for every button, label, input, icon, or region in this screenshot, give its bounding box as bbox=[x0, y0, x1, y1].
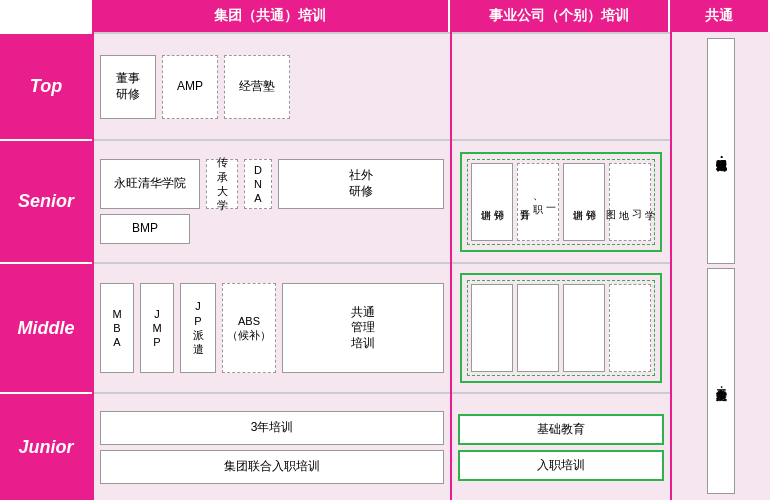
g2-middle-green-outer bbox=[460, 273, 662, 383]
col-group1: 董事 研修 AMP 经营塾 永旺清华学院 bbox=[92, 32, 450, 500]
senior-box-shewai: 社外 研修 bbox=[278, 159, 444, 209]
top-box-dongshi: 董事 研修 bbox=[100, 55, 156, 119]
label-junior: Junior bbox=[0, 392, 92, 500]
col2-header: 事业公司（个别）培训 bbox=[450, 0, 670, 32]
g2-senior-vbox2: 一 职、 晋升 bbox=[517, 163, 559, 241]
g2-middle-vbox3 bbox=[563, 284, 605, 372]
middle-box-gongtong: 共通 管理 培训 bbox=[282, 283, 444, 373]
label-column: Top Senior Middle Junior bbox=[0, 32, 92, 500]
shared-text-box1: 理念・价值观・行为规范・合规知识 bbox=[707, 38, 735, 264]
g2-middle-vbox4 bbox=[609, 284, 651, 372]
col-group3: 理念・价值观・行为规范・合规知识 自主学习・个人能力开发 bbox=[670, 32, 770, 500]
content-area: Top Senior Middle Junior 董事 研修 bbox=[0, 32, 770, 500]
senior-box-dna: D N A bbox=[244, 159, 272, 209]
label-middle: Middle bbox=[0, 262, 92, 392]
junior-section-col1: 3年培训 集团联合入职培训 bbox=[94, 392, 450, 500]
g2-senior-green-outer: 分销 培训 一 职、 晋升 分销 培训 学 习 地 图 bbox=[460, 152, 662, 252]
g2-middle-section bbox=[452, 262, 670, 392]
g2-junior-section: 基础教育 入职培训 bbox=[452, 392, 670, 500]
g2-middle-vbox1 bbox=[471, 284, 513, 372]
senior-box-chuancheng: 传 承 大 学 bbox=[206, 159, 238, 209]
g2-middle-green-inner bbox=[467, 280, 655, 376]
middle-box-abs: ABS （候补） bbox=[222, 283, 276, 373]
senior-section-col1: 永旺清华学院 传 承 大 学 D N A 社外 研修 bbox=[94, 139, 450, 262]
col-group2: 分销 培训 一 职、 晋升 分销 培训 学 习 地 图 bbox=[450, 32, 670, 500]
main-container: 集团（共通）培训 事业公司（个别）培训 共通 Top Senior Middle… bbox=[0, 0, 770, 500]
middle-box-mba: M B A bbox=[100, 283, 134, 373]
top-box-amp: AMP bbox=[162, 55, 218, 119]
junior-box-3year: 3年培训 bbox=[100, 411, 444, 445]
col3-header: 共通 bbox=[670, 0, 770, 32]
senior-box-yongwang: 永旺清华学院 bbox=[100, 159, 200, 209]
shared-col-content: 理念・价值观・行为规范・合规知识 自主学习・个人能力开发 bbox=[672, 32, 770, 500]
g2-senior-vbox4: 学 习 地 图 bbox=[609, 163, 651, 241]
g2-senior-section: 分销 培训 一 职、 晋升 分销 培训 学 习 地 图 bbox=[452, 139, 670, 262]
g2-top-empty bbox=[452, 32, 670, 139]
header-label-empty bbox=[0, 0, 92, 32]
header-row: 集团（共通）培训 事业公司（个别）培训 共通 bbox=[0, 0, 770, 32]
senior-box-bmp: BMP bbox=[100, 214, 190, 244]
middle-box-jmp: J M P bbox=[140, 283, 174, 373]
label-senior: Senior bbox=[0, 139, 92, 262]
g2-senior-green-inner: 分销 培训 一 职、 晋升 分销 培训 学 习 地 图 bbox=[467, 159, 655, 245]
top-box-jingying: 经营塾 bbox=[224, 55, 290, 119]
g2-junior-box2: 入职培训 bbox=[458, 450, 664, 481]
label-top: Top bbox=[0, 32, 92, 139]
col1-header: 集团（共通）培训 bbox=[92, 0, 450, 32]
g2-senior-vbox1: 分销 培训 bbox=[471, 163, 513, 241]
shared-text-box2: 自主学习・个人能力开发 bbox=[707, 268, 735, 494]
top-section-col1: 董事 研修 AMP 经营塾 bbox=[94, 32, 450, 139]
middle-section-col1: M B A J M P J P 派 遣 ABS （候补） 共通 管理 培训 bbox=[94, 262, 450, 392]
g2-middle-vbox2 bbox=[517, 284, 559, 372]
g2-senior-vbox3: 分销 培训 bbox=[563, 163, 605, 241]
g2-junior-box1: 基础教育 bbox=[458, 414, 664, 445]
junior-box-joint: 集团联合入职培训 bbox=[100, 450, 444, 484]
middle-box-jp: J P 派 遣 bbox=[180, 283, 216, 373]
